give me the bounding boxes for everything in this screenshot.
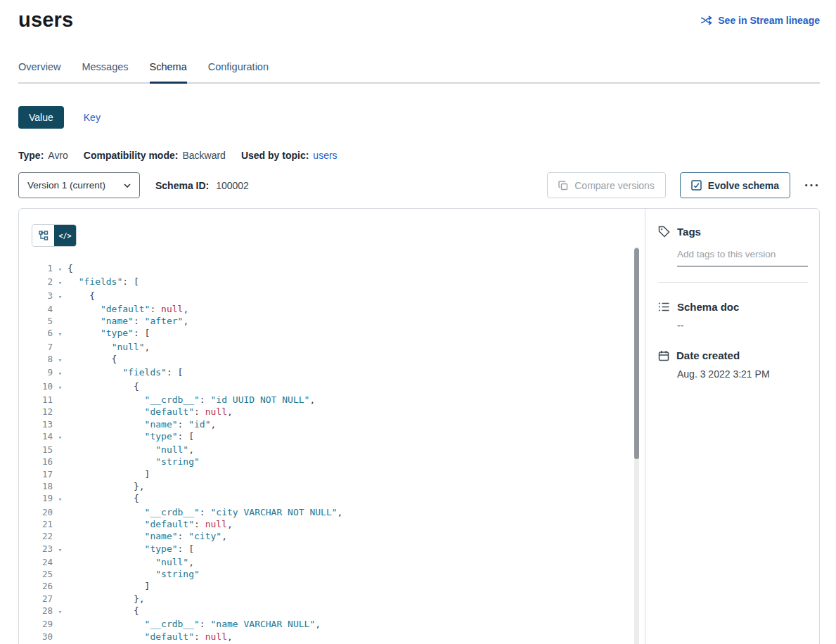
code-view-icon: </> [58,232,71,240]
fold-toggle-icon[interactable]: ▾ [53,264,67,276]
fold-toggle-icon[interactable]: ▾ [53,432,67,444]
code-view-button[interactable]: </> [54,225,76,246]
fold-toggle-icon[interactable]: ▾ [53,494,67,505]
schema-toolbar: Version 1 (current) Schema ID: 100002 Co… [18,172,820,198]
line-number: 3 [32,290,53,302]
schema-doc-title: Schema doc [677,301,739,313]
line-number: 15 [32,444,53,456]
tab-configuration[interactable]: Configuration [208,61,269,84]
code-line: 5 "name": "after", [32,315,628,327]
code-text: { [67,493,139,503]
line-number: 2 [32,276,53,288]
code-line: 20 "__crdb__": "city VARCHAR NOT NULL", [32,506,628,518]
value-key-toggle: Value Key [18,106,820,129]
fold-toggle-icon[interactable]: ▾ [53,277,67,289]
code-line: 29 "__crdb__": "name VARCHAR NULL", [32,618,628,630]
code-line: 4 "default": null, [32,303,628,315]
more-options-button[interactable]: ··· [804,182,820,189]
line-number: 10 [32,380,53,392]
code-line: 21 "default": null, [32,518,628,530]
code-text: "type": [ [67,328,150,338]
code-text: "name": "after", [67,316,188,326]
editor-scrollbar-thumb[interactable] [634,248,639,459]
code-text: "fields": [ [67,276,139,287]
line-number: 19 [32,492,53,504]
schema-doc-value: -- [677,320,808,331]
schema-meta-row: Type: Avro Compatibility mode: Backward … [18,150,820,161]
fold-toggle-icon[interactable]: ▾ [53,544,67,556]
schema-id: Schema ID: 100002 [155,180,249,191]
line-number: 29 [32,618,53,630]
code-line: 13 "name": "id", [32,418,628,430]
code-text: { [67,290,95,301]
code-text: }, [67,593,145,604]
tags-input[interactable] [677,247,808,266]
line-number: 28 [32,605,53,617]
line-number: 11 [32,394,53,406]
fold-toggle-icon[interactable]: ▾ [53,382,67,394]
compare-versions-button[interactable]: Compare versions [547,172,666,198]
code-text: "null", [67,557,194,567]
code-line: 22 "name": "city", [32,530,628,542]
compare-versions-label: Compare versions [574,180,655,191]
code-line: 12 "default": null, [32,406,628,418]
code-line: 7 "null", [32,341,628,353]
schema-sidebar: Tags Schema doc -- [645,209,819,644]
stream-lineage-label: See in Stream lineage [718,15,820,26]
tags-section-header: Tags [658,226,808,238]
key-toggle-button[interactable]: Key [84,112,101,123]
fold-toggle-icon[interactable]: ▾ [53,291,67,303]
code-line: 25 "string" [32,568,628,580]
value-toggle-button[interactable]: Value [18,106,64,129]
code-text: "fields": [ [67,367,183,378]
topic-link[interactable]: users [313,150,337,161]
line-number: 16 [32,456,53,468]
fold-toggle-icon[interactable]: ▾ [53,368,67,380]
edit-schema-icon [691,180,702,191]
code-lines: 1▾{2▾ "fields": [3▾ {4 "default": null,5… [32,262,628,644]
schema-doc-icon [658,302,670,312]
line-number: 30 [32,631,53,643]
code-line: 19▾ { [32,492,628,505]
line-number: 17 [32,468,53,480]
stream-lineage-link[interactable]: See in Stream lineage [700,15,820,26]
line-number: 14 [32,430,53,442]
code-text: "string" [67,456,200,467]
code-line: 28▾ { [32,605,628,618]
code-line: 27 }, [32,593,628,605]
editor-scrollbar-track [634,247,639,644]
code-line: 6▾ "type": [ [32,327,628,340]
line-number: 24 [32,556,53,568]
line-number: 1 [32,262,53,274]
date-created-title: Date created [676,349,740,361]
used-by-topic-label: Used by topic: [241,150,309,161]
code-line: 2▾ "fields": [ [32,276,628,289]
code-text: "default": null, [67,519,233,529]
fold-toggle-icon[interactable]: ▾ [53,606,67,618]
tab-schema[interactable]: Schema [150,61,187,84]
fold-toggle-icon[interactable]: ▾ [53,354,67,366]
code-text: "type": [ [67,431,194,442]
code-text: { [67,381,139,392]
compatibility-value: Backward [182,150,225,161]
code-text: "default": null, [67,406,233,417]
line-number: 21 [32,518,53,530]
tag-icon [658,226,670,238]
code-text: "default": null, [67,631,233,642]
fold-toggle-icon[interactable]: ▾ [53,328,67,340]
code-line: 1▾{ [32,262,628,276]
tree-view-icon [39,231,49,240]
tree-view-button[interactable] [32,225,54,246]
code-line: 23▾ "type": [ [32,543,628,556]
code-line: 14▾ "type": [ [32,430,628,444]
tab-overview[interactable]: Overview [18,61,60,84]
line-number: 8 [32,353,53,365]
tab-messages[interactable]: Messages [82,61,128,84]
code-line: 18 }, [32,480,628,492]
line-number: 23 [32,543,53,555]
evolve-schema-button[interactable]: Evolve schema [680,172,790,198]
evolve-schema-label: Evolve schema [708,180,779,191]
code-line: 26 ] [32,580,628,592]
code-text: "__crdb__": "name VARCHAR NULL", [67,619,321,629]
version-select[interactable]: Version 1 (current) [18,172,140,198]
